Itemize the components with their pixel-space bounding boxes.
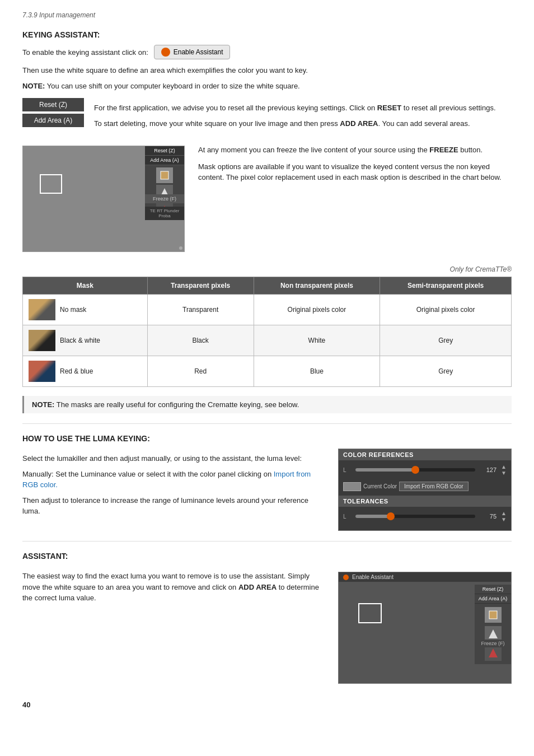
col-non-transparent: Non transparent pixels	[254, 277, 380, 295]
semi-transparent-1: Grey	[380, 325, 512, 356]
mask-cell-0: No mask	[23, 295, 148, 325]
keying-assistant-heading: KEYING ASSISTANT:	[22, 30, 512, 39]
ap-icon1	[485, 607, 502, 623]
svg-marker-4	[489, 629, 498, 638]
assistant-panel-top: Enable Assistant	[339, 572, 511, 582]
addarea-button[interactable]: Add Area (A)	[22, 114, 84, 127]
para2-pre: For the first application, we advise you…	[94, 104, 377, 112]
col-semi-transparent: Semi-transparent pixels	[380, 277, 512, 295]
page-title: 7.3.9 Input management	[22, 11, 512, 19]
ap-icon3	[485, 645, 502, 661]
semi-transparent-2: Grey	[380, 356, 512, 387]
assistant-heading: ASSISTANT:	[22, 552, 512, 561]
current-color-swatch	[343, 482, 361, 491]
tol-row: L 75 ▲▼	[339, 507, 511, 526]
ap-reset-btn[interactable]: Reset (Z)	[475, 585, 511, 594]
para2-mid: to reset all previous settings.	[401, 104, 495, 112]
non-transparent-2: Blue	[254, 356, 380, 387]
color-ref-label: L	[343, 467, 351, 473]
bw-mask-thumb	[29, 330, 55, 351]
enable-btn-label: Enable Assistant	[174, 48, 223, 56]
color-ref-row: L 127 ▲▼	[339, 460, 511, 479]
luma-text: Select the lumakiller and then adjust ma…	[22, 449, 325, 521]
ss-freeze-btn[interactable]: Freeze (F)	[145, 194, 184, 203]
mask-cell-1: Black & white	[23, 325, 148, 356]
note2-box: NOTE: The masks are really useful for co…	[22, 396, 512, 413]
luma-para3: Then adjust to tolerance to increase the…	[22, 495, 325, 517]
luma-para1: Select the lumakiller and then adjust ma…	[22, 453, 325, 464]
color-ref-panel: COLOR REFERENCES L 127 ▲▼ Current Color …	[338, 449, 512, 531]
para3: To start deleting, move your white squar…	[94, 118, 512, 129]
ss-dot	[179, 246, 182, 250]
transparent-2: Red	[147, 356, 254, 387]
keying-para1: Then use the white square to define an a…	[22, 65, 512, 76]
para3-pre: To start deleting, move your white squar…	[94, 119, 340, 128]
assist-dot	[343, 575, 349, 580]
ss-reset-btn[interactable]: Reset (Z)	[145, 146, 184, 156]
freeze-bold: FREEZE	[429, 146, 458, 154]
transparent-1: Black	[147, 325, 254, 356]
bw-mask-label: Black & white	[60, 337, 100, 344]
note1-bold: NOTE:	[22, 82, 45, 90]
ss-bottom-bar: TE RT Plunder Proba	[145, 207, 184, 220]
transparent-0: Transparent	[147, 295, 254, 325]
mask-para: Mask options are available if you want t…	[198, 161, 512, 183]
svg-rect-0	[161, 171, 168, 179]
assistant-para: The easiest way to find the exact luma y…	[22, 571, 325, 604]
tol-label: L	[343, 514, 351, 520]
color-ref-value: 127	[480, 466, 496, 473]
note2-text: The masks are really useful for configur…	[57, 400, 299, 409]
luma-heading: HOW TO USE THE LUMA KEYING:	[22, 434, 512, 443]
assist-enable-label: Enable Assistant	[352, 574, 394, 580]
color-ref-header: COLOR REFERENCES	[339, 449, 511, 460]
page-number: 40	[22, 701, 512, 709]
mask-cell-2: Red & blue	[23, 356, 148, 387]
note1-text: You can use shift on your computer keybo…	[47, 82, 300, 90]
freeze-description: At any moment you can freeze the live co…	[198, 140, 512, 188]
reset-button[interactable]: Reset (Z)	[22, 98, 84, 111]
col-mask: Mask	[23, 277, 148, 295]
ap-addarea-btn[interactable]: Add Area (A)	[475, 594, 511, 604]
luma-para2-pre: Manually: Set the Luminance value or sel…	[22, 470, 274, 478]
import-rgb-button[interactable]: Import From RGB Color	[399, 482, 469, 491]
semi-transparent-0: Original pixels color	[380, 295, 512, 325]
table-row: Red & blue Red Blue Grey	[23, 356, 512, 387]
para2: For the first application, we advise you…	[94, 102, 512, 114]
tol-dot	[387, 512, 395, 520]
freeze-pre: At any moment you can freeze the live co…	[198, 146, 429, 154]
tolerances-header: TOLERANCES	[339, 496, 511, 507]
rb-mask-thumb	[29, 361, 55, 382]
col-transparent: Transparent pixels	[147, 277, 254, 295]
screenshot-panel: Reset (Z) Add Area (A) Freeze (F) TE RT …	[22, 146, 185, 252]
enable-intro-text: To enable the keying assistant click on:	[22, 48, 148, 57]
tol-slider[interactable]	[355, 515, 475, 518]
assistant-panel: Enable Assistant Reset (Z) Add Area (A) …	[338, 572, 512, 684]
non-transparent-1: White	[254, 325, 380, 356]
enable-assistant-row: To enable the keying assistant click on:…	[22, 45, 512, 59]
ss-addarea-btn[interactable]: Add Area (A)	[145, 156, 184, 165]
color-ref-spinner[interactable]: ▲▼	[501, 464, 507, 476]
para3-end: . You can add several areas.	[378, 119, 470, 128]
reset-description: For the first application, we advise you…	[94, 98, 512, 133]
tol-spinner[interactable]: ▲▼	[501, 510, 507, 522]
ap-buttons: Reset (Z) Add Area (A) Freeze (F)	[475, 585, 511, 664]
color-btn-row: Current Color Import From RGB Color	[339, 479, 511, 493]
enable-assistant-button[interactable]: Enable Assistant	[154, 45, 231, 59]
ap-freeze-label: Freeze (F)	[475, 640, 511, 647]
reset-addarea-box: Reset (Z) Add Area (A)	[22, 98, 84, 127]
ss-toolbar: Reset (Z) Add Area (A) Freeze (F) TE RT …	[145, 146, 184, 220]
enable-icon	[161, 48, 170, 57]
table-row: Black & white Black White Grey	[23, 325, 512, 356]
freeze-end: button.	[458, 146, 483, 154]
luma-section: Select the lumakiller and then adjust ma…	[22, 449, 512, 531]
tol-value: 75	[480, 513, 496, 520]
mask-table: Mask Transparent pixels Non transparent …	[22, 277, 512, 387]
svg-marker-5	[489, 648, 498, 657]
ap-white-square	[358, 603, 382, 623]
no-mask-thumb	[29, 299, 55, 320]
para3-bold: ADD AREA	[340, 119, 378, 128]
para2-bold: RESET	[377, 104, 401, 112]
color-ref-slider[interactable]	[355, 468, 475, 472]
non-transparent-0: Original pixels color	[254, 295, 380, 325]
assistant-section: The easiest way to find the exact luma y…	[22, 566, 512, 684]
